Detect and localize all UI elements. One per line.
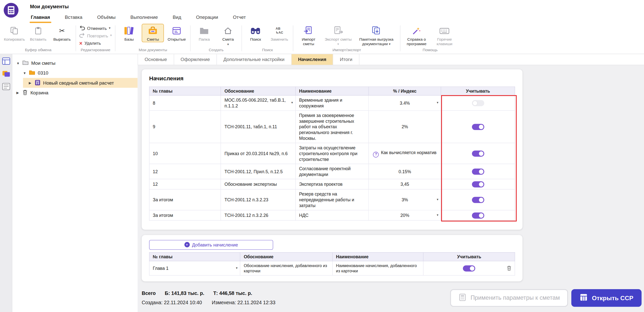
import-estimate-button[interactable]: Импорт сметы <box>296 24 321 47</box>
caret-down-icon[interactable]: ▼ <box>23 71 26 75</box>
chevron-down-icon[interactable]: ▾ <box>110 34 112 37</box>
tree-item-label: 0310 <box>38 71 48 76</box>
cell-basis-dropdown[interactable]: МОС.05.05-006.2022, таб.В.1, п.1.1.2▾ <box>221 95 296 111</box>
cell-name: Премия за своевременное завершение строи… <box>296 110 369 143</box>
tab-vid[interactable]: Вид <box>173 12 181 23</box>
rail-layers-icon[interactable] <box>2 70 10 79</box>
estimates-label: Сметы <box>147 37 159 42</box>
hotkeys-button[interactable]: Горячие клавиши <box>432 24 457 47</box>
consider-toggle[interactable] <box>472 212 484 219</box>
tree-item-my-estimates[interactable]: ▼ Мои сметы <box>12 58 137 68</box>
tab-itogi[interactable]: Итоги <box>333 54 359 65</box>
caret-down-icon[interactable]: ▼ <box>16 61 20 65</box>
chevron-down-icon[interactable]: ▾ <box>437 198 439 201</box>
consider-toggle[interactable] <box>472 151 484 157</box>
cell-consider <box>441 110 515 143</box>
export-estimate-button[interactable]: Экспорт сметы ▾ <box>323 24 353 47</box>
consider-toggle[interactable] <box>463 265 475 271</box>
open-documents-button[interactable]: Открытые <box>166 24 188 42</box>
tab-operatsii[interactable]: Операции <box>196 12 218 23</box>
chevron-down-icon[interactable]: ▾ <box>227 43 229 46</box>
cell-name: Затраты на осуществление строительного к… <box>296 143 369 164</box>
cell-index-dropdown[interactable]: 3.4%▾ <box>369 95 441 111</box>
cell-consider <box>441 179 515 189</box>
help-link[interactable]: Как вычисляется норматив <box>381 150 436 155</box>
delete-row-trash-icon[interactable] <box>507 265 512 271</box>
cell-consider <box>424 261 515 275</box>
create-estimate-button[interactable]: Смета ▾ <box>217 24 239 47</box>
redo-label: Повторить <box>87 33 108 38</box>
search-button[interactable]: Поиск <box>245 24 267 42</box>
tab-osnovnye[interactable]: Основные <box>137 54 174 65</box>
copy-button[interactable]: Копировать <box>3 24 25 42</box>
tab-nachisleniya[interactable]: Начисления <box>292 54 333 65</box>
left-icon-rail <box>0 54 12 312</box>
chevron-down-icon[interactable]: ▾ <box>389 42 391 46</box>
consider-toggle[interactable] <box>472 124 484 130</box>
cell-index-dropdown[interactable]: 20%▾ <box>369 210 441 220</box>
table-row: За итогом ТСН-2001.12 п.3.2.26 НДС 20%▾ <box>149 210 515 220</box>
estimates-button[interactable]: Сметы <box>142 24 164 42</box>
tab-oformlenie[interactable]: Оформление <box>174 54 217 65</box>
replace-icon: AB↳AC <box>276 25 283 36</box>
cut-button[interactable]: ✂ Вырезать <box>51 24 73 42</box>
add-accrual-button[interactable]: + Добавить начисление <box>149 240 273 249</box>
bases-button[interactable]: Базы <box>118 24 140 42</box>
application-window: Мои документы Главная Вставка Объёмы Вып… <box>0 0 644 312</box>
tab-vypolnenie[interactable]: Выполнение <box>130 12 158 23</box>
table-row: Глава 1▾ Обоснование начисления, добавле… <box>149 261 515 275</box>
cell-consider <box>441 143 515 164</box>
consider-toggle[interactable] <box>472 181 484 188</box>
cell-chapter-dropdown[interactable]: Глава 1▾ <box>149 261 240 275</box>
chevron-down-icon[interactable]: ▾ <box>337 42 339 46</box>
batch-export-button[interactable]: Пакетная выгрузка документации ▾ <box>355 24 398 47</box>
chevron-down-icon[interactable]: ▾ <box>109 26 111 30</box>
consider-toggle[interactable] <box>472 169 484 175</box>
created-timestamp: Создана: 22.11.2024 10:40 <box>142 300 202 305</box>
rail-grid-view-icon[interactable] <box>2 57 10 67</box>
rail-list-icon[interactable] <box>2 83 10 92</box>
replace-label: Заменить <box>271 37 288 42</box>
cell-index-dropdown[interactable]: 3%▾ <box>369 189 441 210</box>
title-bar: Мои документы <box>0 0 644 12</box>
basis-value: МОС.05.05-006.2022, таб.В.1, п.1.1.2 <box>224 98 286 108</box>
consider-toggle[interactable] <box>472 100 484 106</box>
ribbon-group-editing: Отменить ▾ Повторить ▾ × Удалить Редакти… <box>76 23 115 54</box>
import-export-group-label: Импорт/экспорт <box>296 47 398 54</box>
plus-icon: + <box>184 242 190 247</box>
create-folder-button[interactable]: Папка <box>193 24 215 42</box>
chevron-down-icon[interactable]: ▾ <box>437 214 439 217</box>
tree-item-selected-estimate[interactable]: ▶ Новый сводный сметный расчет <box>23 78 138 88</box>
app-logo-icon <box>3 3 19 18</box>
cell-chapter: 10 <box>149 143 221 164</box>
tab-dop-nastroyki[interactable]: Дополнительные настройки <box>217 54 292 65</box>
undo-button[interactable]: Отменить ▾ <box>79 25 112 31</box>
col-name: Наименование <box>296 87 369 95</box>
tab-obyomy[interactable]: Объёмы <box>97 12 115 23</box>
redo-button[interactable]: Повторить ▾ <box>79 33 112 38</box>
chevron-down-icon[interactable]: ▾ <box>236 267 238 270</box>
question-icon[interactable]: ? <box>373 152 379 157</box>
delete-button[interactable]: × Удалить <box>79 40 112 46</box>
help-about-button[interactable]: Справка о программе <box>403 24 430 47</box>
tree-item-trash[interactable]: ▶ Корзина <box>12 88 137 98</box>
apply-parameters-button[interactable]: Применить параметры к сметам <box>450 289 568 306</box>
redo-icon <box>79 33 85 38</box>
open-ssr-button[interactable]: Открыть ССР <box>571 289 641 306</box>
tree-item-0310[interactable]: ▼ 0310 <box>12 68 137 78</box>
chevron-down-icon[interactable]: ▾ <box>291 101 293 105</box>
tab-vstavka[interactable]: Вставка <box>65 12 82 23</box>
replace-button[interactable]: AB↳AC Заменить <box>268 24 290 42</box>
tab-otchet[interactable]: Отчет <box>233 12 246 23</box>
paste-button[interactable]: Вставить <box>27 24 49 42</box>
content-tabs: Основные Оформление Дополнительные настр… <box>137 54 644 65</box>
help-group-label: Помощь <box>403 47 457 54</box>
caret-right-icon[interactable]: ▶ <box>29 81 32 85</box>
chevron-down-icon[interactable]: ▾ <box>437 101 439 105</box>
cell-index-help[interactable]: ?Как вычисляется норматив <box>369 143 441 164</box>
consider-toggle[interactable] <box>472 197 484 203</box>
caret-right-icon[interactable]: ▶ <box>16 91 20 95</box>
current-total-value: Т: 446,58 тыс. р. <box>213 290 252 296</box>
trash-icon <box>22 89 28 96</box>
tab-glavnaya[interactable]: Главная <box>31 12 50 23</box>
